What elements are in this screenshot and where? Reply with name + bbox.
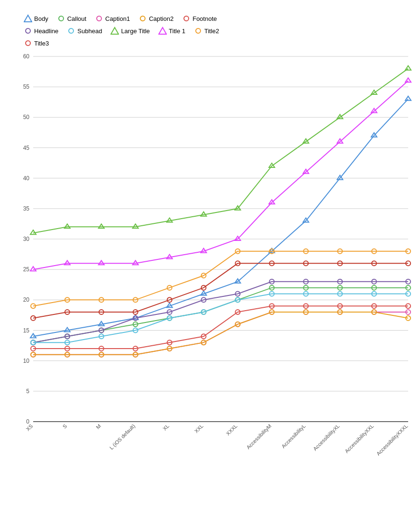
svg-text:45: 45 [23,145,30,151]
chart-container: Body Callout Caption1 Caption2 Footnote [0,0,420,516]
svg-point-10 [26,41,30,46]
svg-marker-50 [64,328,70,332]
svg-text:S: S [62,423,68,430]
legend-item-subhead: Subhead [67,27,102,35]
legend-item-footnote: Footnote [182,14,217,23]
svg-marker-156 [405,78,411,82]
svg-marker-136 [133,224,138,228]
svg-marker-134 [64,224,70,228]
svg-text:M: M [95,423,102,430]
legend-item-body: Body [24,14,48,23]
svg-marker-145 [30,267,36,271]
legend-item-callout: Callout [57,14,86,23]
main-chart: 051015202530354045505560XSSML (iOS defau… [12,52,418,464]
legend-label-subhead: Subhead [77,28,102,35]
legend-label-title2: Title2 [204,28,219,35]
svg-text:AccessibilityXXL: AccessibilityXXL [344,423,375,454]
svg-text:XXL: XXL [193,423,204,434]
svg-marker-49 [30,333,36,338]
svg-text:AccessibilityM: AccessibilityM [245,423,272,450]
svg-text:15: 15 [23,327,30,334]
svg-text:40: 40 [23,175,30,182]
svg-marker-138 [201,212,207,216]
legend-label-body: Body [34,15,48,22]
svg-marker-7 [111,28,119,34]
svg-marker-144 [405,66,411,70]
legend-item-headline: Headline [24,27,58,35]
legend-item-largetitle: Large Title [110,27,150,35]
svg-text:50: 50 [23,114,30,120]
svg-marker-141 [303,139,309,143]
svg-marker-147 [99,260,104,265]
svg-text:35: 35 [23,205,30,212]
svg-text:30: 30 [23,236,30,242]
svg-text:XL: XL [162,423,170,432]
svg-marker-149 [167,255,173,259]
svg-marker-51 [99,322,104,326]
legend-label-caption1: Caption1 [105,15,130,22]
legend-label-caption2: Caption2 [149,15,173,22]
legend-label-largetitle: Large Title [121,28,150,35]
svg-marker-54 [201,291,207,295]
svg-marker-133 [30,230,36,234]
svg-marker-135 [99,224,104,228]
svg-text:AccessibilityXL: AccessibilityXL [312,423,340,452]
svg-point-1 [59,16,64,21]
svg-marker-60 [405,96,411,101]
svg-text:25: 25 [23,266,30,273]
svg-point-6 [69,28,73,33]
svg-marker-146 [64,260,70,265]
svg-point-3 [140,16,145,21]
svg-text:AccessibilityL: AccessibilityL [281,423,307,449]
svg-marker-142 [337,114,343,119]
legend-label-footnote: Footnote [192,15,217,22]
svg-text:L (iOS default): L (iOS default) [109,423,136,451]
legend-label-headline: Headline [34,28,58,35]
svg-point-2 [97,16,101,21]
legend-item-caption1: Caption1 [95,14,130,23]
svg-text:XXXL: XXXL [225,423,238,436]
svg-marker-143 [371,90,377,94]
chart-legend: Body Callout Caption1 Caption2 Footnote [5,9,415,49]
svg-marker-140 [269,163,274,167]
svg-point-9 [196,28,201,33]
svg-marker-0 [24,15,32,22]
legend-item-title1: Title 1 [158,27,185,35]
legend-item-caption2: Caption2 [138,14,173,23]
legend-label-title1: Title 1 [169,28,185,35]
svg-marker-148 [133,260,138,265]
svg-text:60: 60 [23,53,30,60]
legend-label-callout: Callout [67,15,86,22]
svg-marker-53 [167,303,173,307]
legend-label-title3: Title3 [34,40,49,47]
legend-item-title2: Title2 [194,27,219,35]
svg-text:5: 5 [26,388,29,395]
svg-point-5 [26,28,30,33]
svg-text:20: 20 [23,296,30,303]
legend-item-title3: Title3 [24,39,49,47]
svg-point-4 [184,16,189,21]
svg-marker-150 [201,249,207,253]
svg-marker-137 [167,218,173,222]
svg-text:55: 55 [23,83,30,90]
svg-text:10: 10 [23,358,30,364]
svg-text:AccessibilityXXXL: AccessibilityXXXL [375,423,409,457]
svg-marker-8 [159,28,166,34]
